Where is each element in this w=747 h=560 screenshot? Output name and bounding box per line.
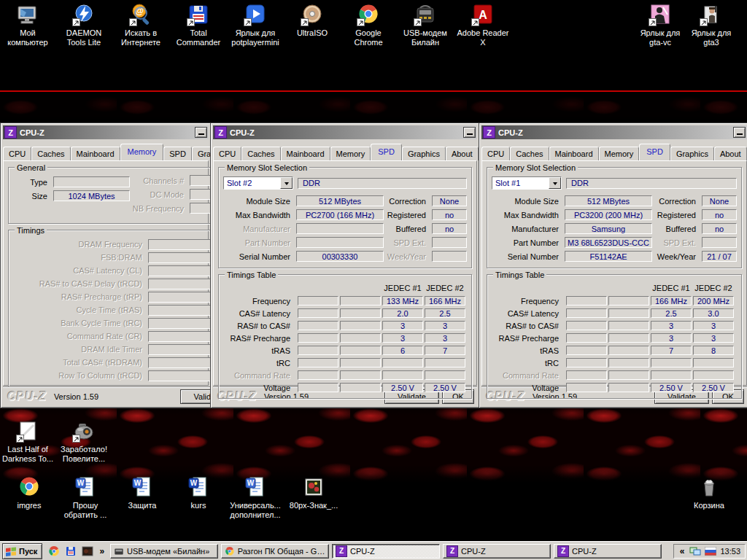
svg-text:W: W <box>247 479 255 487</box>
tab-about[interactable]: About <box>714 147 747 160</box>
usb-modem-icon <box>114 546 124 556</box>
tab-graphics[interactable]: Graphics <box>670 147 714 160</box>
tab-memory[interactable]: Memory <box>330 147 371 160</box>
cpuz-window-left: Z CPU-Z CPU Caches Mainboard Memory SPD … <box>0 122 212 408</box>
start-button[interactable]: Пуск <box>2 543 42 559</box>
tab-cpu[interactable]: CPU <box>481 147 510 160</box>
tab-caches[interactable]: Caches <box>31 147 70 160</box>
desktop-icon-gta-vc[interactable]: Ярлык для gta-vc <box>632 3 688 47</box>
timing-row: Command Rate (CR) <box>13 330 212 343</box>
overflow-chevron-icon[interactable]: » <box>98 546 106 556</box>
desktop-icon-ultraiso[interactable]: UltraISO <box>285 3 340 38</box>
timings-table-row: Frequency 166 MHz 200 MHz <box>492 295 737 307</box>
tab-about[interactable]: About <box>446 147 479 160</box>
desktop-icon-last-half-of-darkness[interactable]: Last Half of Darkness To... <box>0 419 55 464</box>
desktop-icon-zarabotalo[interactable]: Заработало! Повелите... <box>56 419 112 464</box>
total-commander-icon[interactable] <box>64 545 77 558</box>
desktop-icon-universal[interactable]: W Универсаль... дополнител... <box>228 475 283 520</box>
network-icon[interactable] <box>689 545 701 557</box>
play-button-icon <box>244 3 267 26</box>
camera-icon <box>72 419 96 443</box>
tab-mainboard[interactable]: Mainboard <box>549 147 599 160</box>
desktop-icon-my-computer[interactable]: Мой компьютер <box>0 3 55 47</box>
svg-text:W: W <box>77 479 85 487</box>
usb-modem-icon <box>414 3 437 26</box>
tab-graphics[interactable]: Graphics <box>192 147 212 160</box>
desktop-icon-proshu-obratit[interactable]: W Прошу обратить ... <box>58 475 113 520</box>
tab-spd[interactable]: SPD <box>371 144 402 160</box>
word-document-icon: W <box>74 475 97 499</box>
shortcut-arrow-icon <box>357 18 365 26</box>
tab-caches[interactable]: Caches <box>241 147 280 160</box>
timings-rows: DRAM FrequencyFSB:DRAMCAS# Latency (CL)R… <box>13 238 212 382</box>
taskbar-task-cpuz-3[interactable]: Z CPU-Z <box>554 544 662 559</box>
desktop-icon-search-internet[interactable]: @ Искать в Интернете <box>113 3 169 47</box>
slot-select[interactable]: Slot #1 <box>492 176 562 190</box>
shortcut-arrow-icon <box>471 18 479 26</box>
taskbar-task-cpuz-1[interactable]: Z CPU-Z <box>332 544 440 559</box>
timings-table-rows: Frequency 166 MHz 200 MHz CAS# Latency 2… <box>492 295 737 394</box>
taskbar-task-cpuz-2[interactable]: Z CPU-Z <box>443 544 551 559</box>
timing-row: Cycle Time (tRAS) <box>13 303 212 316</box>
minimize-button[interactable] <box>463 127 476 138</box>
tab-bar: CPU Caches Mainboard Memory SPD Graphics… <box>481 144 747 160</box>
desktop-icon-total-commander[interactable]: Total Commander <box>171 3 226 47</box>
search-magnifier-icon: @ <box>129 3 152 26</box>
shortcut-arrow-icon <box>700 18 708 26</box>
timings-table-row: RAS# to CAS# 3 3 <box>492 319 737 332</box>
minimize-button[interactable] <box>733 127 746 138</box>
wallpaper-red-pattern <box>0 401 747 483</box>
tab-caches[interactable]: Caches <box>510 147 549 160</box>
version-label: Version 1.59 <box>54 392 98 401</box>
desktop-icon-kurs[interactable]: W kurs <box>171 475 226 510</box>
tab-spd[interactable]: SPD <box>639 144 670 160</box>
picture-icon[interactable] <box>81 545 94 558</box>
jedec1-header: JEDEC #1 <box>382 284 423 292</box>
tab-mainboard[interactable]: Mainboard <box>281 147 330 160</box>
tab-mainboard[interactable]: Mainboard <box>71 147 120 160</box>
shortcut-arrow-icon <box>72 18 80 26</box>
blank-page-icon <box>16 419 39 443</box>
timing-row: Total CAS# (tRDRAM) <box>13 356 212 369</box>
desktop-icon-recycle-bin[interactable]: Корзина <box>681 475 737 510</box>
timings-table-header: JEDEC #1 JEDEC #2 <box>492 282 737 293</box>
desktop-icon-adobe-reader[interactable]: A Adobe Reader X <box>455 3 511 47</box>
chevron-down-icon[interactable] <box>549 177 561 189</box>
tab-memory[interactable]: Memory <box>599 147 640 160</box>
tab-cpu[interactable]: CPU <box>213 147 241 160</box>
chrome-icon[interactable] <box>47 545 61 558</box>
ru-language-flag-icon[interactable] <box>705 547 716 556</box>
shortcut-arrow-icon <box>129 18 137 26</box>
chevron-down-icon[interactable] <box>280 177 293 189</box>
tab-graphics[interactable]: Graphics <box>402 147 446 160</box>
desktop-icon-daemon-tools[interactable]: DAEMON Tools Lite <box>56 3 112 47</box>
chrome-icon <box>225 546 235 556</box>
slot-select[interactable]: Slot #2 <box>223 176 293 190</box>
tray-collapse-chevron-icon[interactable]: « <box>678 546 686 556</box>
daemon-tools-icon <box>72 3 96 26</box>
titlebar[interactable]: Z CPU-Z <box>213 125 477 139</box>
general-right-column: Channels # DC Mode NB Frequency <box>125 174 212 215</box>
desktop-icon-gta3[interactable]: Ярлык для gta3 <box>684 3 739 47</box>
tab-memory[interactable]: Memory <box>120 144 164 160</box>
titlebar[interactable]: Z CPU-Z <box>481 125 747 139</box>
memory-type-box: DDR <box>566 178 737 189</box>
tab-spd[interactable]: SPD <box>163 147 192 160</box>
validate-button[interactable]: Validate <box>180 389 212 404</box>
desktop-icon-zashchita[interactable]: W Защита <box>115 475 170 510</box>
taskbar-task-chrome[interactable]: Разгон ПК Общая - Go... <box>221 544 329 559</box>
cpuz-window-middle: Z CPU-Z CPU Caches Mainboard Memory SPD … <box>210 122 480 408</box>
timings-table-row: CAS# Latency 2.5 3.0 <box>492 307 737 319</box>
desktop-icon-google-chrome[interactable]: Google Chrome <box>341 3 396 47</box>
wallpaper-red-pattern-upper <box>0 93 747 122</box>
tab-cpu[interactable]: CPU <box>3 147 31 160</box>
desktop-icon-80px-znak[interactable]: 80px-Знак_... <box>286 475 341 510</box>
taskbar-task-usb-modem[interactable]: USB-модем «Билайн» <box>110 544 218 559</box>
desktop-icon-potplayer[interactable]: Ярлык для potplayermini <box>228 3 283 47</box>
minimize-button[interactable] <box>195 127 207 138</box>
titlebar[interactable]: Z CPU-Z <box>3 125 209 139</box>
desktop-icon-imgres[interactable]: imgres <box>1 475 57 510</box>
desktop-icon-usb-modem[interactable]: USB-модем Билайн <box>398 3 453 47</box>
floppy-disk-icon <box>187 3 210 26</box>
timings-table-row: tRAS 6 7 <box>223 344 467 357</box>
